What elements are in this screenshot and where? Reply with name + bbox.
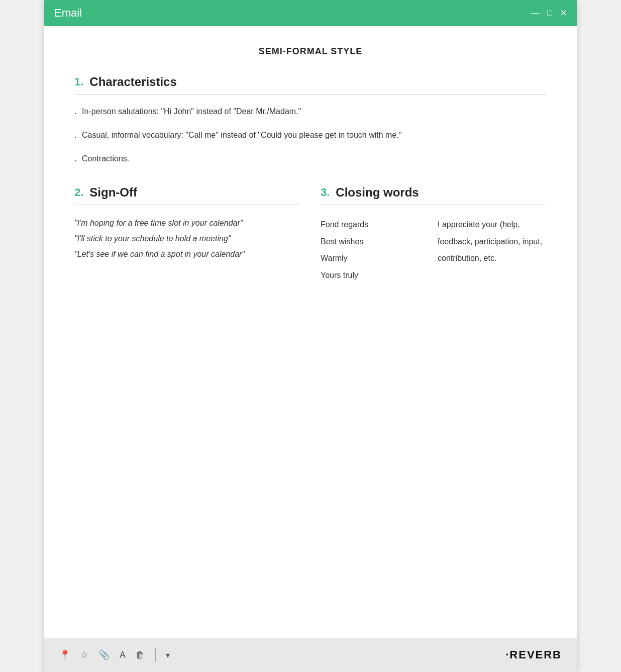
section2-title: Sign-Off [89,185,137,200]
signoff-quote: "Let's see if we can find a spot in your… [74,247,300,261]
page-title: SEMI-FORMAL STYLE [74,46,547,57]
footer-tools: 📍 ☆ 📎 A 🗑 ▾ [59,648,170,662]
window-controls: — □ ✕ [531,9,567,17]
section2-header: 2. Sign-Off [74,185,300,200]
signoff-list: "I'm hoping for a free time slot in your… [74,216,300,261]
section-characteristics: 1. Characteristics · In-person salutatio… [74,75,547,167]
text-format-icon[interactable]: A [120,650,126,660]
section1-divider [74,94,547,94]
bullet-text: Contractions. [82,153,129,165]
signoff-quote: "I'll stick to your schedule to hold a m… [74,232,300,245]
section3-number: 3. [321,186,330,199]
bullet-dot: · [74,154,77,167]
bullet-dot: · [74,130,77,144]
section1-number: 1. [74,75,83,88]
minimize-button[interactable]: — [531,9,539,17]
closing-word: Yours truly [321,267,430,284]
footer-divider [155,648,156,662]
closing-description: I appreciate your (help, feedback, parti… [438,216,547,267]
app-window: Email — □ ✕ SEMI-FORMAL STYLE 1. Charact… [44,0,577,672]
dropdown-button[interactable]: ▾ [166,650,170,660]
paperclip-icon[interactable]: 📎 [98,649,110,660]
star-icon[interactable]: ☆ [80,649,88,660]
closing-words-left: Fond regards Best wishes Warmly Yours tr… [321,216,430,283]
bullet-item: · Casual, informal vocabulary: "Call me"… [74,129,547,144]
closing-word: Best wishes [321,233,430,250]
maximize-button[interactable]: □ [547,9,552,17]
main-content: SEMI-FORMAL STYLE 1. Characteristics · I… [44,26,577,638]
section1-header: 1. Characteristics [74,75,547,89]
section-signoff: 2. Sign-Off "I'm hoping for a free time … [74,185,300,283]
closing-words-right: I appreciate your (help, feedback, parti… [438,216,547,283]
logo-text: ·REVERB [505,648,562,661]
section2-divider [74,205,300,205]
section-closing: 3. Closing words Fond regards Best wishe… [321,185,547,283]
section1-title: Characteristics [89,75,176,89]
location-icon[interactable]: 📍 [59,649,70,660]
delete-icon[interactable]: 🗑 [136,650,145,660]
section3-divider [321,205,547,205]
bullet-item: · In-person salutations: "Hi John" inste… [74,106,547,120]
two-column-section: 2. Sign-Off "I'm hoping for a free time … [74,185,547,283]
bullet-text: Casual, informal vocabulary: "Call me" i… [82,129,401,141]
titlebar: Email — □ ✕ [44,0,577,26]
signoff-quote: "I'm hoping for a free time slot in your… [74,216,300,230]
section2-number: 2. [74,186,83,199]
closing-word: Warmly [321,250,430,267]
footer: 📍 ☆ 📎 A 🗑 ▾ ·REVERB [44,638,577,672]
bullet-text: In-person salutations: "Hi John" instead… [82,106,301,118]
section3-header: 3. Closing words [321,185,547,200]
bullet-dot: · [74,107,77,120]
close-button[interactable]: ✕ [560,9,567,17]
characteristics-list: · In-person salutations: "Hi John" inste… [74,106,547,167]
closing-word: Fond regards [321,216,430,233]
closing-grid: Fond regards Best wishes Warmly Yours tr… [321,216,547,283]
app-title: Email [54,7,82,20]
section3-title: Closing words [336,185,419,200]
bullet-item: · Contractions. [74,153,547,167]
chevron-down-icon: ▾ [166,650,170,660]
reverb-logo: ·REVERB [505,648,562,661]
